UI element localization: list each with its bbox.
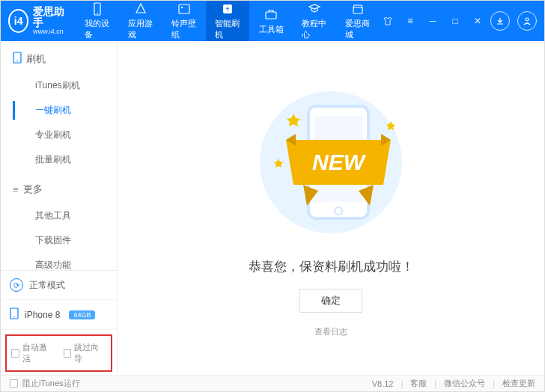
app-title: 爱思助手 (33, 6, 68, 29)
device-name-label: iPhone 8 (25, 310, 60, 320)
sidebar-item-download-firmware[interactable]: 下载固件 (13, 228, 117, 253)
sidebar-item-other-tools[interactable]: 其他工具 (13, 203, 117, 228)
highlighted-options: 自动激活 跳过向导 (5, 334, 112, 372)
footer: 阻止iTunes运行 V8.12 | 客服 | 微信公众号 | 检查更新 (1, 375, 544, 391)
more-icon: ≡ (13, 184, 19, 195)
sidebar-item-pro-flash[interactable]: 专业刷机 (13, 123, 117, 147)
toolbox-icon (264, 7, 278, 22)
checkbox-auto-activate[interactable]: 自动激活 (11, 342, 55, 364)
minimize-icon[interactable]: ─ (424, 13, 441, 29)
phone-icon (13, 52, 22, 66)
logo-icon: i4 (8, 9, 28, 33)
device-icon (90, 2, 105, 16)
top-nav: 我的设备 应用游戏 铃声壁纸 智能刷机 工具箱 教程中心 爱思商城 (76, 1, 380, 41)
mode-label: 正常模式 (29, 279, 65, 292)
refresh-icon: ⟳ (10, 278, 23, 292)
window-controls: ≡ ─ □ ✕ (380, 13, 486, 29)
checkbox-skip-guide[interactable]: 跳过向导 (64, 342, 107, 364)
sidebar-section-more: ≡ 更多 其他工具 下载固件 高级功能 (1, 172, 117, 278)
shirt-icon[interactable] (380, 13, 396, 29)
nav-apps[interactable]: 应用游戏 (119, 1, 162, 41)
app-url: www.i4.cn (33, 28, 68, 36)
checkbox-icon (10, 379, 18, 388)
logo-text: 爱思助手 www.i4.cn (33, 6, 68, 37)
flash-icon (220, 2, 235, 16)
nav-flash[interactable]: 智能刷机 (206, 1, 249, 41)
footer-checkupdate-link[interactable]: 检查更新 (502, 378, 535, 389)
success-message: 恭喜您，保资料刷机成功啦！ (249, 258, 414, 275)
store-icon (350, 2, 365, 16)
image-icon (177, 2, 192, 16)
svg-rect-2 (179, 4, 189, 13)
app-body: 刷机 iTunes刷机 一键刷机 专业刷机 批量刷机 ≡ 更多 其他工具 下载固… (1, 41, 544, 376)
device-storage-badge: 64GB (69, 310, 95, 319)
menu-icon[interactable]: ≡ (402, 13, 418, 29)
nav-store[interactable]: 爱思商城 (336, 1, 380, 41)
svg-rect-5 (266, 12, 276, 19)
sidebar-item-onekey-flash[interactable]: 一键刷机 (13, 98, 117, 123)
logo: i4 爱思助手 www.i4.cn (8, 6, 68, 37)
main-content: NEW 恭喜您，保资料刷机成功啦！ 确定 查看日志 (118, 41, 544, 376)
svg-text:NEW: NEW (312, 150, 367, 174)
view-log-link[interactable]: 查看日志 (314, 326, 347, 337)
skip-guide-label: 跳过向导 (74, 342, 106, 364)
nav-ringtones[interactable]: 铃声壁纸 (162, 1, 206, 41)
auto-activate-label: 自动激活 (22, 342, 55, 364)
footer-right: V8.12 | 客服 | 微信公众号 | 检查更新 (372, 378, 535, 389)
sidebar-bottom: ⟳ 正常模式 iPhone 8 64GB 自动激活 跳过向导 (1, 270, 117, 376)
sidebar: 刷机 iTunes刷机 一键刷机 专业刷机 批量刷机 ≡ 更多 其他工具 下载固… (1, 41, 118, 376)
nav-my-device[interactable]: 我的设备 (76, 1, 119, 41)
sidebar-item-batch-flash[interactable]: 批量刷机 (13, 147, 117, 172)
tutorial-icon (307, 2, 322, 16)
download-icon[interactable] (490, 11, 510, 31)
checkbox-icon (64, 349, 72, 358)
close-icon[interactable]: ✕ (469, 13, 486, 29)
svg-point-1 (97, 12, 98, 13)
section-head-more: ≡ 更多 (13, 183, 117, 196)
section-head-flash: 刷机 (13, 52, 117, 66)
user-icon[interactable] (517, 11, 537, 31)
nav-tutorials[interactable]: 教程中心 (293, 1, 336, 41)
block-itunes-label: 阻止iTunes运行 (22, 378, 80, 389)
illustration: NEW 恭喜您，保资料刷机成功啦！ 确定 查看日志 (245, 80, 417, 337)
version-label: V8.12 (372, 379, 394, 388)
maximize-icon[interactable]: □ (447, 13, 463, 29)
checkbox-icon (11, 349, 19, 358)
footer-wechat-link[interactable]: 微信公众号 (444, 378, 485, 389)
nav-toolbox[interactable]: 工具箱 (249, 1, 293, 41)
header-right (490, 11, 537, 31)
mode-row[interactable]: ⟳ 正常模式 (1, 271, 117, 300)
more-section-label: 更多 (23, 183, 43, 196)
footer-service-link[interactable]: 客服 (410, 378, 427, 389)
flash-section-label: 刷机 (26, 52, 46, 66)
confirm-button[interactable]: 确定 (299, 289, 362, 313)
svg-point-7 (526, 18, 529, 21)
svg-rect-6 (353, 7, 362, 13)
svg-point-11 (13, 316, 15, 318)
sidebar-section-flash: 刷机 iTunes刷机 一键刷机 专业刷机 批量刷机 (1, 41, 117, 172)
svg-point-3 (181, 6, 183, 7)
sidebar-item-itunes-flash[interactable]: iTunes刷机 (13, 73, 117, 98)
success-illustration: NEW (245, 80, 417, 252)
device-phone-icon (10, 307, 19, 322)
svg-point-9 (16, 61, 18, 62)
device-row[interactable]: iPhone 8 64GB (1, 300, 117, 330)
apps-icon (133, 2, 148, 16)
checkbox-block-itunes[interactable]: 阻止iTunes运行 (10, 378, 80, 389)
app-header: i4 爱思助手 www.i4.cn 我的设备 应用游戏 铃声壁纸 智能刷机 工具… (1, 1, 544, 41)
